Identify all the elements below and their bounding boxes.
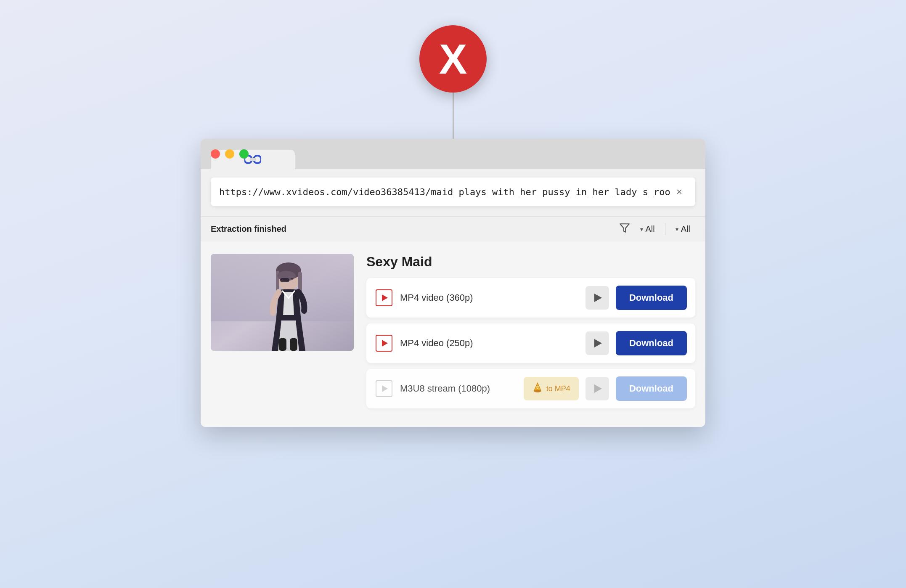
app-icon-letter: X — [439, 38, 467, 80]
svg-rect-14 — [279, 338, 286, 351]
download-button-360p[interactable]: Download — [616, 286, 687, 310]
extraction-status: Extraction finished — [211, 224, 611, 234]
video-title: Sexy Maid — [366, 254, 695, 270]
convert-to-mp4-button[interactable]: to MP4 — [524, 377, 579, 400]
address-bar[interactable]: https://www.xvideos.com/video36385413/ma… — [211, 177, 695, 206]
window-controls — [211, 149, 249, 159]
filter-controls: ▾ All ▾ All — [619, 222, 695, 236]
filter-bar: Extraction finished ▾ All ▾ All — [201, 216, 705, 241]
filter-dropdown-2[interactable]: ▾ All — [670, 222, 695, 236]
svg-rect-3 — [250, 158, 256, 161]
download-options: Sexy Maid MP4 video (360p) Download — [366, 254, 695, 414]
app-icon: X — [419, 25, 487, 93]
title-bar — [201, 139, 705, 169]
filter-dropdown-1[interactable]: ▾ All — [635, 222, 660, 236]
thumbnail-svg — [211, 254, 354, 351]
format-icon-360p — [375, 289, 393, 307]
vlc-icon — [532, 382, 543, 395]
svg-point-16 — [534, 389, 541, 392]
maximize-button[interactable] — [239, 149, 249, 159]
video-thumbnail — [211, 254, 354, 351]
thumbnail-image — [211, 254, 354, 351]
connector-line — [453, 93, 454, 139]
svg-rect-13 — [291, 278, 293, 279]
svg-marker-4 — [620, 224, 629, 232]
filter-icon — [619, 222, 630, 236]
convert-label: to MP4 — [546, 384, 570, 393]
browser-window: https://www.xvideos.com/video36385413/ma… — [201, 139, 705, 427]
preview-button-360p[interactable] — [585, 286, 609, 310]
format-icon-250p — [375, 334, 393, 352]
url-display: https://www.xvideos.com/video36385413/ma… — [219, 187, 672, 197]
minimize-button[interactable] — [225, 149, 234, 159]
download-button-1080p[interactable]: Download — [616, 376, 687, 401]
format-label-360p: MP4 video (360p) — [400, 292, 579, 303]
svg-rect-18 — [537, 388, 538, 389]
download-item-250p: MP4 video (250p) Download — [366, 323, 695, 363]
download-button-250p[interactable]: Download — [616, 331, 687, 355]
download-item-360p: MP4 video (360p) Download — [366, 278, 695, 318]
filter-separator — [665, 223, 665, 235]
content-area: Sexy Maid MP4 video (360p) Download — [201, 241, 705, 427]
svg-rect-12 — [280, 278, 289, 282]
download-item-1080p: M3U8 stream (1080p) to MP4 — [366, 369, 695, 408]
clear-url-button[interactable]: × — [672, 184, 687, 199]
format-label-250p: MP4 video (250p) — [400, 338, 579, 349]
format-label-1080p: M3U8 stream (1080p) — [400, 383, 517, 394]
svg-rect-15 — [290, 338, 297, 351]
preview-button-250p[interactable] — [585, 331, 609, 355]
address-bar-area: https://www.xvideos.com/video36385413/ma… — [201, 169, 705, 216]
svg-rect-17 — [536, 387, 539, 387]
close-button[interactable] — [211, 149, 220, 159]
format-icon-1080p — [375, 379, 393, 398]
preview-button-1080p[interactable] — [585, 377, 609, 400]
